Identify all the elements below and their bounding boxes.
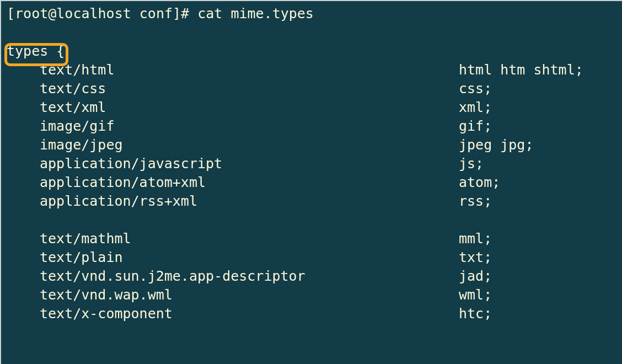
mime-row: application/atom+xmlatom; — [7, 173, 622, 192]
types-open-text: types { — [7, 42, 65, 61]
mime-extensions: html htm shtml; — [459, 61, 622, 79]
mime-row: application/javascriptjs; — [7, 154, 622, 173]
mime-row: image/gifgif; — [7, 117, 622, 136]
mime-extensions: rss; — [459, 192, 622, 211]
mime-type: image/jpeg — [7, 136, 459, 154]
mime-type: text/x-component — [7, 304, 459, 323]
mime-row: text/csscss; — [7, 79, 622, 98]
mime-type: application/rss+xml — [7, 192, 459, 211]
mime-type: text/html — [7, 61, 459, 79]
mime-type: text/mathml — [7, 229, 459, 248]
mime-row: text/x-componenthtc; — [7, 304, 622, 323]
mime-type: text/css — [7, 79, 459, 98]
blank-line — [7, 211, 622, 229]
mime-row: text/vnd.wap.wmlwml; — [7, 286, 622, 304]
shell-command: cat mime.types — [197, 4, 314, 23]
mime-type: image/gif — [7, 117, 459, 136]
terminal-window[interactable]: [root@localhost conf]# cat mime.types ty… — [0, 0, 622, 364]
mime-extensions: gif; — [459, 117, 622, 136]
mime-row: text/mathmlmml; — [7, 229, 622, 248]
mime-row: text/htmlhtml htm shtml; — [7, 61, 622, 79]
mime-extensions: htc; — [459, 304, 622, 323]
mime-extensions: jad; — [459, 267, 622, 286]
mime-type: application/atom+xml — [7, 173, 459, 192]
mime-row: text/vnd.sun.j2me.app-descriptorjad; — [7, 267, 622, 286]
mime-block-b: text/mathmlmml;text/plaintxt;text/vnd.su… — [7, 229, 622, 323]
blank-line — [7, 23, 622, 42]
mime-extensions: xml; — [459, 98, 622, 117]
mime-extensions: wml; — [459, 286, 622, 304]
mime-type: text/vnd.sun.j2me.app-descriptor — [7, 267, 459, 286]
mime-block-a: text/htmlhtml htm shtml;text/csscss;text… — [7, 61, 622, 211]
mime-type: application/javascript — [7, 154, 459, 173]
mime-row: application/rss+xmlrss; — [7, 192, 622, 211]
mime-extensions: mml; — [459, 229, 622, 248]
mime-extensions: jpeg jpg; — [459, 136, 622, 154]
mime-extensions: js; — [459, 154, 622, 173]
mime-row: image/jpegjpeg jpg; — [7, 136, 622, 154]
mime-row: text/xmlxml; — [7, 98, 622, 117]
shell-prompt-line: [root@localhost conf]# cat mime.types — [7, 4, 622, 23]
mime-type: text/plain — [7, 248, 459, 267]
mime-row: text/plaintxt; — [7, 248, 622, 267]
mime-extensions: txt; — [459, 248, 622, 267]
mime-type: text/vnd.wap.wml — [7, 286, 459, 304]
shell-prompt: [root@localhost conf]# — [7, 4, 197, 23]
mime-extensions: css; — [459, 79, 622, 98]
mime-extensions: atom; — [459, 173, 622, 192]
mime-type: text/xml — [7, 98, 459, 117]
types-open-line: types { — [7, 42, 622, 61]
